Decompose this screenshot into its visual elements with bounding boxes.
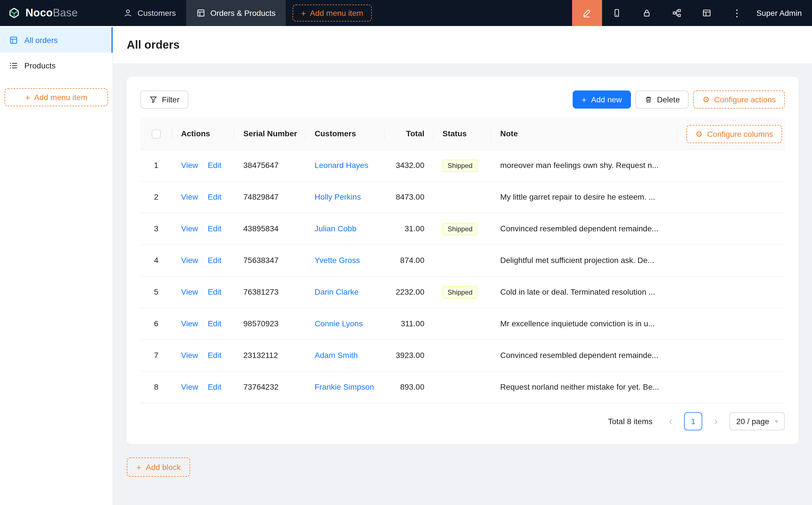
table-row: 3 ViewEdit 43895834 Julian Cobb 31.00 Sh… [140, 213, 785, 245]
customer-link[interactable]: Connie Lyons [315, 319, 363, 328]
customer-link[interactable]: Frankie Simpson [315, 382, 374, 391]
total-cell: 8473.00 [385, 182, 433, 213]
total-cell: 3923.00 [385, 340, 433, 371]
header-add-menu-item-button[interactable]: + Add menu item [292, 5, 372, 21]
nav-tab-orders-products[interactable]: Orders & Products [186, 0, 285, 26]
partition-icon [673, 8, 682, 17]
customer-cell: Leonard Hayes [305, 150, 385, 181]
row-actions-cell: ViewEdit [172, 340, 234, 371]
view-link[interactable]: View [181, 287, 198, 296]
note-cell: Convinced resembled dependent remainde..… [491, 213, 677, 244]
more-icon: ⋮ [732, 8, 742, 18]
app-body: All orders Products + Add menu item All … [0, 26, 812, 505]
serial-number-cell: 98570923 [234, 308, 305, 339]
pagination-prev-button[interactable]: ‹ [662, 412, 680, 431]
edit-link[interactable]: Edit [208, 256, 221, 265]
list-icon [9, 61, 18, 70]
workflow-button[interactable] [662, 0, 692, 26]
edit-link[interactable]: Edit [208, 319, 221, 328]
pagination-total: Total 8 items [608, 417, 652, 426]
filter-icon [149, 96, 157, 104]
plus-icon: + [301, 9, 306, 17]
edit-link[interactable]: Edit [208, 351, 221, 360]
customer-link[interactable]: Holly Perkins [315, 192, 361, 201]
sidebar-item-products[interactable]: Products [0, 52, 113, 78]
chevron-left-icon: ‹ [669, 415, 672, 427]
customer-link[interactable]: Julian Cobb [315, 224, 357, 233]
status-tag: Shipped [442, 223, 478, 235]
serial-number-cell: 76381273 [234, 277, 305, 308]
table-toolbar: Filter + Add new Delete [140, 91, 785, 109]
page-header: All orders [113, 26, 812, 63]
add-block-label: Add block [146, 463, 181, 472]
serial-number-cell: 75638347 [234, 245, 305, 276]
row-actions-cell: ViewEdit [172, 277, 234, 308]
view-link[interactable]: View [181, 319, 198, 328]
page-content: Filter + Add new Delete [113, 63, 812, 490]
sidebar-item-all-orders[interactable]: All orders [0, 27, 113, 52]
permissions-button[interactable] [632, 0, 662, 26]
pagination-next-button[interactable]: › [707, 412, 725, 431]
add-new-button[interactable]: + Add new [573, 91, 631, 109]
trash-icon [645, 96, 652, 104]
view-link[interactable]: View [181, 192, 198, 201]
view-link[interactable]: View [181, 224, 198, 233]
configure-columns-cell: ⚙ Configure columns [677, 118, 785, 149]
view-link[interactable]: View [181, 256, 198, 265]
divider [202, 384, 203, 392]
more-actions-button[interactable]: ⋮ [722, 0, 752, 26]
nocobase-logo[interactable]: NocoBase [0, 0, 113, 26]
gear-icon: ⚙ [702, 95, 709, 104]
plus-icon: + [136, 463, 141, 471]
note-cell: Request norland neither mistake for yet.… [491, 371, 677, 403]
delete-button[interactable]: Delete [636, 91, 689, 109]
configure-actions-button[interactable]: ⚙ Configure actions [693, 91, 785, 109]
page-size-select[interactable]: 20 / page ▾ [729, 412, 785, 431]
pagination-page-1[interactable]: 1 [684, 412, 702, 431]
column-header-customers: Customers [305, 118, 385, 149]
sidebar-item-label: All orders [24, 35, 58, 44]
edit-link[interactable]: Edit [208, 224, 221, 233]
nav-tab-customers[interactable]: Customers [113, 0, 186, 26]
add-block-button[interactable]: + Add block [127, 458, 190, 477]
status-cell [433, 340, 491, 371]
user-menu[interactable]: Super Admin [752, 0, 812, 26]
serial-number-cell: 38475647 [234, 150, 305, 181]
configure-columns-button[interactable]: ⚙ Configure columns [686, 125, 782, 143]
edit-link[interactable]: Edit [208, 161, 221, 170]
header-add-menu-item-label: Add menu item [310, 8, 363, 17]
header-actions: ⋮ Super Admin [572, 0, 812, 26]
plugin-manager-button[interactable] [692, 0, 722, 26]
gear-icon: ⚙ [695, 130, 702, 139]
serial-number-cell: 23132112 [234, 340, 305, 371]
divider [202, 320, 203, 328]
pagination: Total 8 items ‹ 1 › 20 / page ▾ [140, 412, 785, 431]
ui-editor-toggle-button[interactable] [572, 0, 602, 26]
view-link[interactable]: View [181, 351, 198, 360]
empty-cell [677, 245, 785, 276]
toolbar-actions: + Add new Delete ⚙ Conf [573, 91, 785, 109]
note-cell: Convinced resembled dependent remainde..… [491, 340, 677, 371]
mobile-preview-button[interactable] [602, 0, 632, 26]
sidebar-add-menu-item-label: Add menu item [34, 93, 88, 102]
sidebar-add-menu-item-button[interactable]: + Add menu item [5, 88, 108, 106]
customer-link[interactable]: Leonard Hayes [315, 161, 368, 170]
edit-link[interactable]: Edit [208, 382, 221, 391]
mobile-icon [613, 8, 622, 17]
select-all-checkbox[interactable] [152, 130, 161, 139]
orders-table: Actions Serial Number Customers Total St… [140, 118, 785, 403]
note-cell: My little garret repair to desire he est… [491, 182, 677, 213]
customer-link[interactable]: Adam Smith [315, 351, 358, 360]
edit-link[interactable]: Edit [208, 192, 221, 201]
customer-link[interactable]: Darin Clarke [315, 287, 359, 296]
empty-cell [677, 308, 785, 339]
table-row: 5 ViewEdit 76381273 Darin Clarke 2232.00… [140, 277, 785, 308]
customer-link[interactable]: Yvette Gross [315, 256, 360, 265]
table-row: 8 ViewEdit 73764232 Frankie Simpson 893.… [140, 371, 785, 403]
add-new-label: Add new [591, 95, 622, 104]
note-cell: Mr excellence inquietude conviction is i… [491, 308, 677, 339]
view-link[interactable]: View [181, 382, 198, 391]
filter-button[interactable]: Filter [140, 91, 188, 109]
edit-link[interactable]: Edit [208, 287, 221, 296]
view-link[interactable]: View [181, 161, 198, 170]
